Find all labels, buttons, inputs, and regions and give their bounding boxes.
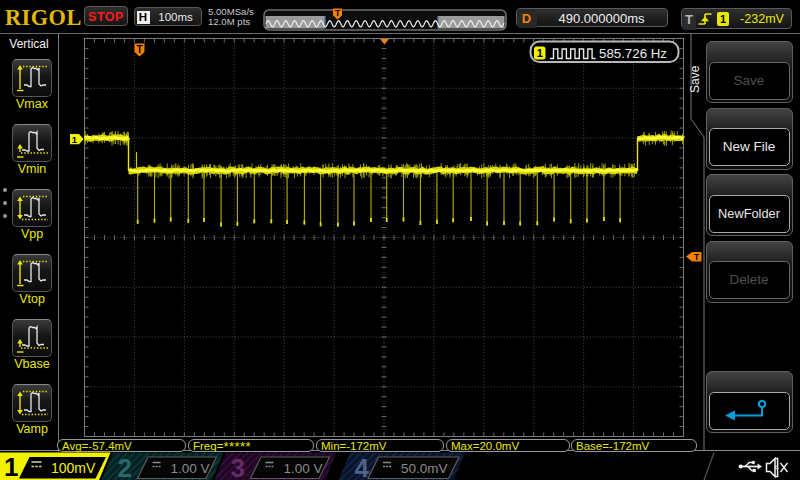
svg-text:100mV: 100mV	[51, 460, 96, 476]
svg-text:1: 1	[72, 134, 78, 145]
svg-text:1: 1	[4, 452, 18, 480]
svg-text:4: 4	[355, 453, 370, 480]
svg-text:1.00 V: 1.00 V	[171, 461, 210, 476]
svg-text:1: 1	[537, 47, 543, 59]
svg-text:2: 2	[118, 453, 132, 480]
svg-text:50.0mV: 50.0mV	[401, 461, 448, 476]
svg-text:585.726 Hz: 585.726 Hz	[599, 47, 667, 61]
svg-text:3: 3	[231, 453, 245, 480]
svg-text:1.00 V: 1.00 V	[284, 461, 323, 476]
svg-text:T: T	[136, 44, 142, 55]
